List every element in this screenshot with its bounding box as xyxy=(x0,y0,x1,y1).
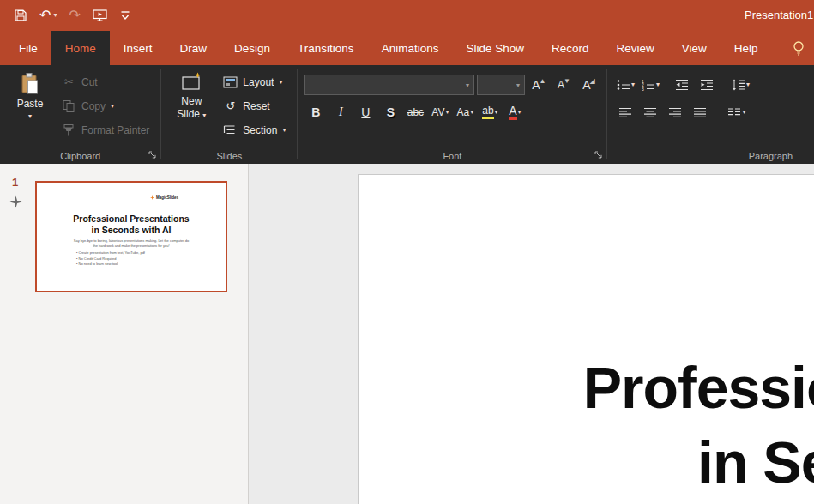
tab-view[interactable]: View xyxy=(668,31,721,65)
underline-button[interactable]: U xyxy=(354,102,377,123)
slides-small-buttons: Layout ▾ ↺ Reset Section ▾ xyxy=(219,69,290,147)
align-center-button[interactable] xyxy=(639,102,661,123)
reset-icon: ↺ xyxy=(223,100,238,111)
align-right-button[interactable] xyxy=(664,102,686,123)
slideshow-monitor-icon xyxy=(93,9,107,22)
decrease-indent-icon xyxy=(675,79,689,91)
align-center-icon xyxy=(644,107,657,118)
text-shadow-button[interactable]: S xyxy=(379,102,401,123)
font-group: ▾ ▾ A▲ A▼ A◢ B I U S abc AV▾ xyxy=(298,65,606,164)
text-highlight-button[interactable]: ab▾ xyxy=(479,102,501,123)
slide-editing-surface[interactable]: MagicSlides Professional Presentations i… xyxy=(358,174,814,504)
align-left-icon xyxy=(619,107,632,118)
font-size-combo[interactable]: ▾ xyxy=(477,75,525,95)
dialog-launcher-icon xyxy=(148,151,157,159)
increase-indent-button[interactable] xyxy=(696,75,718,95)
font-group-label: Font xyxy=(298,151,606,161)
new-slide-button[interactable]: New Slide ▾ xyxy=(168,69,214,147)
increase-font-size-button[interactable]: A▲ xyxy=(528,75,550,95)
clipboard-small-buttons: ✂ Cut Copy ▾ Format Painter xyxy=(57,69,154,147)
paste-label: Paste xyxy=(17,98,44,111)
layout-icon xyxy=(223,76,238,88)
tab-home[interactable]: Home xyxy=(51,31,110,65)
thumbnail-bullet: No need to learn new tool xyxy=(76,261,226,267)
italic-button[interactable]: I xyxy=(329,102,352,123)
decrease-font-size-button[interactable]: A▼ xyxy=(552,75,575,95)
customize-qat-button[interactable] xyxy=(119,10,131,21)
columns-button[interactable]: ▾ xyxy=(726,102,748,123)
bullets-button[interactable]: ▾ xyxy=(614,75,636,95)
clear-formatting-button[interactable]: A◢ xyxy=(577,75,600,95)
bullets-dropdown-icon: ▾ xyxy=(631,81,635,88)
columns-icon xyxy=(728,107,741,118)
numbering-button[interactable]: 123 ▾ xyxy=(639,75,661,95)
font-dialog-launcher[interactable] xyxy=(594,151,603,159)
highlight-dropdown-icon: ▾ xyxy=(495,109,498,116)
save-button[interactable] xyxy=(14,9,27,22)
tab-design[interactable]: Design xyxy=(220,31,284,65)
slides-group-label: Slides xyxy=(161,151,297,161)
copy-icon xyxy=(62,99,76,113)
slide-title[interactable]: Professional Presentations in Seconds wi… xyxy=(359,351,814,500)
format-painter-button[interactable]: Format Painter xyxy=(57,118,154,141)
character-spacing-button[interactable]: AV▾ xyxy=(429,102,451,123)
clipboard-dialog-launcher[interactable] xyxy=(148,151,157,159)
layout-dropdown-icon: ▾ xyxy=(279,79,282,86)
paragraph-controls: ▾ 123 ▾ ▾ xyxy=(614,69,751,147)
ribbon-tab-bar: File Home Insert Draw Design Transitions… xyxy=(0,31,814,65)
new-slide-label: New Slide ▾ xyxy=(168,95,214,121)
tab-review[interactable]: Review xyxy=(603,31,668,65)
decrease-indent-button[interactable] xyxy=(671,75,693,95)
thumbnail-bullet-list: Create presentation from text, YouTube, … xyxy=(37,250,226,267)
change-case-button[interactable]: Aa▾ xyxy=(454,102,476,123)
line-spacing-button[interactable]: ▾ xyxy=(729,75,751,95)
tab-file[interactable]: File xyxy=(5,31,51,65)
format-painter-label: Format Painter xyxy=(81,124,149,136)
strikethrough-button[interactable]: abc xyxy=(404,102,426,123)
new-slide-dropdown-icon: ▾ xyxy=(202,111,206,119)
bold-button[interactable]: B xyxy=(304,102,327,123)
slides-group: New Slide ▾ Layout ▾ ↺ Reset xyxy=(161,65,297,164)
section-button[interactable]: Section ▾ xyxy=(219,118,290,141)
tab-draw[interactable]: Draw xyxy=(166,31,221,65)
paste-button[interactable]: Paste ▾ xyxy=(7,69,53,147)
reset-button[interactable]: ↺ Reset xyxy=(219,94,290,117)
tab-record[interactable]: Record xyxy=(538,31,603,65)
align-left-button[interactable] xyxy=(614,102,636,123)
cut-label: Cut xyxy=(81,76,98,88)
tab-slide-show[interactable]: Slide Show xyxy=(452,31,538,65)
thumbnail-logo-text: MagicSlides xyxy=(156,195,178,200)
font-color-button[interactable]: A▾ xyxy=(503,102,526,123)
layout-button[interactable]: Layout ▾ xyxy=(219,70,290,93)
font-name-combo[interactable]: ▾ xyxy=(304,75,474,95)
layout-label: Layout xyxy=(243,76,274,88)
tell-me-button[interactable] xyxy=(791,39,806,57)
titlebar: ↶ ▾ ↷ Presentation1 xyxy=(0,0,814,31)
copy-button[interactable]: Copy ▾ xyxy=(57,94,154,117)
customize-qat-icon xyxy=(119,10,131,21)
tab-transitions[interactable]: Transitions xyxy=(284,31,368,65)
cut-button[interactable]: ✂ Cut xyxy=(57,70,154,93)
decrease-arrow-icon: ▼ xyxy=(564,77,570,85)
slide-number: 1 xyxy=(12,176,18,189)
clipboard-group-label: Clipboard xyxy=(0,151,160,161)
editing-canvas[interactable]: MagicSlides Professional Presentations i… xyxy=(249,164,814,504)
tab-insert[interactable]: Insert xyxy=(110,31,166,65)
tab-help[interactable]: Help xyxy=(721,31,772,65)
justify-button[interactable] xyxy=(689,102,711,123)
numbering-icon: 123 xyxy=(642,79,655,91)
undo-button[interactable]: ↶ ▾ xyxy=(39,9,57,22)
copy-dropdown-icon: ▾ xyxy=(111,103,114,110)
tab-animations[interactable]: Animations xyxy=(368,31,453,65)
increase-indent-icon xyxy=(700,79,714,91)
new-slide-icon xyxy=(181,72,202,93)
redo-button[interactable]: ↷ xyxy=(69,9,80,22)
format-painter-icon xyxy=(62,123,76,137)
slide-1-thumbnail[interactable]: MagicSlides Professional Presentations i… xyxy=(35,181,227,292)
cut-icon: ✂ xyxy=(62,76,76,87)
document-title: Presentation1 xyxy=(745,0,813,31)
ribbon: Paste ▾ ✂ Cut Copy ▾ xyxy=(0,65,814,164)
start-slideshow-button[interactable] xyxy=(93,9,107,22)
animation-indicator-icon[interactable] xyxy=(9,195,22,208)
eraser-icon: ◢ xyxy=(590,77,595,85)
